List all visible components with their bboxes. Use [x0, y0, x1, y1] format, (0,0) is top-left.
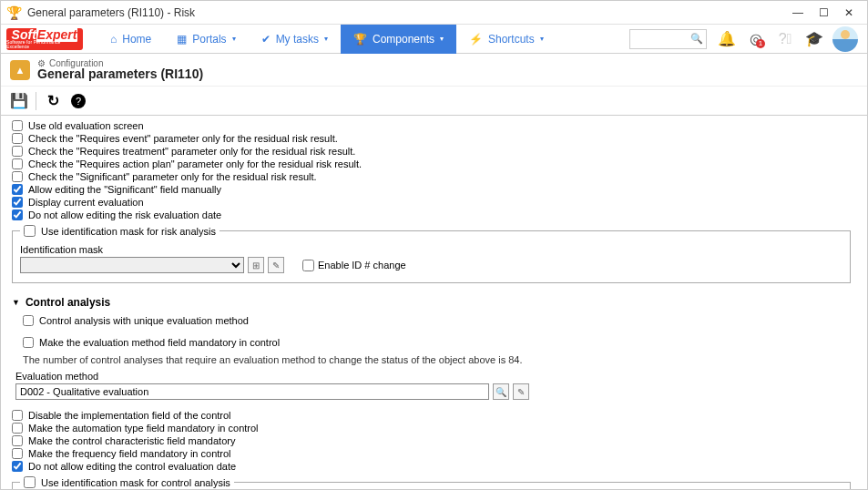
checkbox[interactable] [24, 476, 36, 488]
chk-ctrl-3[interactable]: Make the frequency field mandatory in co… [12, 447, 854, 460]
chk-risk-0[interactable]: Use old evaluation screen [12, 119, 854, 132]
chk-label: Do not allow editing the risk evaluation… [28, 209, 221, 220]
input-eval-method[interactable]: D002 - Qualitative evaluation [15, 383, 489, 400]
nav-components[interactable]: 🏆Components▾ [341, 25, 456, 54]
mask-btn-1[interactable]: ⊞ [248, 257, 264, 273]
section-label: Control analysis [26, 296, 110, 309]
alert-icon[interactable]: ◎1 [745, 28, 767, 50]
nav-tasks-label: My tasks [276, 33, 319, 46]
user-avatar[interactable] [832, 26, 858, 52]
portals-icon: ▦ [177, 33, 187, 46]
checkbox[interactable] [12, 209, 23, 220]
eval-value: D002 - Qualitative evaluation [20, 386, 148, 397]
chk-label: Control analysis with unique evaluation … [39, 315, 249, 326]
checkbox[interactable] [24, 225, 36, 237]
caret-down-icon: ▼ [12, 298, 20, 307]
chk-label: Check the "Requires treatment" parameter… [28, 146, 355, 157]
checkbox[interactable] [12, 461, 23, 472]
chevron-down-icon: ▾ [232, 35, 236, 43]
label-risk-mask: Identification mask [20, 244, 842, 255]
search-input[interactable] [636, 34, 690, 45]
chk-label: Use old evaluation screen [28, 120, 144, 131]
legend-label: Use identification mask for control anal… [41, 477, 230, 488]
chk-label: Make the evaluation method field mandato… [39, 337, 280, 348]
window-close[interactable]: ✕ [836, 4, 862, 22]
checkbox[interactable] [12, 448, 23, 459]
chk-risk-3[interactable]: Check the "Requires action plan" paramet… [12, 158, 854, 170]
chk-ctrl-4[interactable]: Do not allow editing the control evaluat… [12, 460, 854, 473]
window-maximize[interactable]: ☐ [811, 4, 836, 22]
window-minimize[interactable]: — [785, 4, 811, 22]
chk-risk-2[interactable]: Check the "Requires treatment" parameter… [12, 145, 854, 158]
control-note: The number of control analyses that requ… [23, 354, 854, 365]
checkbox[interactable] [12, 184, 23, 195]
nav-home[interactable]: ⌂Home [97, 25, 164, 54]
check-icon: ✔ [261, 33, 271, 46]
chk-ctrl-0[interactable]: Disable the implementation field of the … [12, 409, 854, 422]
checkbox[interactable] [12, 146, 23, 157]
mask-btn-2[interactable]: ✎ [268, 257, 284, 273]
chk-label: Display current evaluation [28, 197, 144, 208]
nav-tasks[interactable]: ✔My tasks▾ [249, 25, 341, 54]
checkbox[interactable] [23, 337, 34, 348]
chk-ctrl-1[interactable]: Make the automation type field mandatory… [12, 422, 854, 434]
chk-label: Make the automation type field mandatory… [28, 423, 259, 434]
chk-control-mand[interactable]: Make the evaluation method field mandato… [23, 336, 854, 349]
checkbox[interactable] [12, 133, 23, 144]
eval-clear-btn[interactable]: ✎ [513, 383, 529, 400]
nav-shortcuts[interactable]: ⚡Shortcuts▾ [456, 25, 557, 54]
help-icon[interactable]: ?⃝ [774, 28, 796, 50]
chevron-down-icon: ▾ [440, 35, 444, 43]
enable-id-label: Enable ID # change [318, 260, 406, 271]
checkbox[interactable] [12, 197, 23, 208]
refresh-button[interactable]: ↻ [44, 92, 62, 110]
legend-label: Use identification mask for risk analysi… [41, 226, 216, 237]
nav-shortcuts-label: Shortcuts [488, 33, 535, 46]
checkbox-enable-id-risk[interactable] [302, 260, 314, 271]
chk-ctrl-2[interactable]: Make the control characteristic field ma… [12, 434, 854, 447]
alert-badge: 1 [756, 39, 765, 48]
checkbox[interactable] [12, 158, 23, 169]
checkbox[interactable] [12, 435, 23, 446]
chk-control-uniq[interactable]: Control analysis with unique evaluation … [23, 314, 854, 327]
chk-label: Make the frequency field mandatory in co… [28, 448, 231, 459]
select-risk-mask[interactable] [20, 257, 244, 273]
nav-portals[interactable]: ▦Portals▾ [164, 25, 248, 54]
bell-icon[interactable]: 🔔 [716, 28, 738, 50]
grad-icon[interactable]: 🎓 [803, 28, 825, 50]
page-title: General parameters (RI110) [37, 66, 203, 81]
chk-risk-1[interactable]: Check the "Requires event" parameter onl… [12, 132, 854, 145]
nav-home-label: Home [122, 33, 151, 46]
nav-components-label: Components [373, 33, 434, 46]
chk-risk-6[interactable]: Display current evaluation [12, 196, 854, 209]
chk-label: Check the "Requires event" parameter onl… [28, 133, 338, 144]
page-icon: ▲ [10, 60, 30, 80]
chk-label: Allow editing the "Significant" field ma… [28, 184, 221, 195]
window-titlebar: 🏆 General parameters (RI110) - Risk — ☐ … [1, 1, 867, 25]
content-scroll[interactable]: Use old evaluation screen Check the "Req… [1, 116, 862, 489]
checkbox[interactable] [12, 171, 23, 182]
trophy-icon: 🏆 [353, 33, 367, 46]
checkbox[interactable] [12, 423, 23, 434]
save-button[interactable]: 💾 [10, 92, 28, 110]
chk-risk-5[interactable]: Allow editing the "Significant" field ma… [12, 183, 854, 196]
legend-control-mask[interactable]: Use identification mask for control anal… [20, 476, 234, 488]
chevron-down-icon: ▾ [324, 35, 328, 43]
bolt-icon: ⚡ [469, 33, 483, 46]
chk-label: Disable the implementation field of the … [28, 410, 231, 421]
home-icon: ⌂ [110, 33, 117, 46]
eval-search-btn[interactable]: 🔍 [493, 383, 509, 400]
section-control-header[interactable]: ▼Control analysis [12, 296, 851, 309]
legend-risk-mask[interactable]: Use identification mask for risk analysi… [20, 225, 220, 237]
search-box[interactable]: 🔍 [629, 29, 707, 49]
chk-risk-7[interactable]: Do not allow editing the risk evaluation… [12, 209, 854, 221]
chk-label: Make the control characteristic field ma… [28, 435, 235, 446]
page-header: ▲ ⚙Configuration General parameters (RI1… [1, 54, 867, 87]
checkbox[interactable] [12, 120, 23, 131]
page-toolbar: 💾 ↻ ? [1, 87, 867, 116]
chk-risk-4[interactable]: Check the "Significant" parameter only f… [12, 170, 854, 183]
help-button[interactable]: ? [69, 92, 87, 110]
checkbox[interactable] [12, 410, 23, 421]
search-icon: 🔍 [690, 33, 703, 45]
checkbox[interactable] [23, 315, 34, 326]
